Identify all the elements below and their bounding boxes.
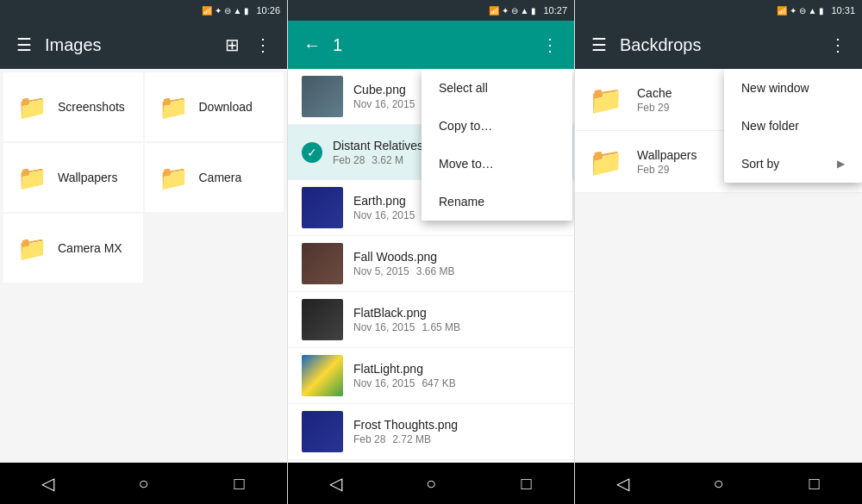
menu-icon-3[interactable]: ☰ <box>589 34 609 55</box>
file-meta-fall: Nov 5, 2015 3.66 MB <box>353 265 560 277</box>
file-item-flatlight[interactable]: FlatLight.png Nov 16, 2015 647 KB <box>288 348 574 404</box>
wifi-icon-2: ▲ <box>521 6 529 16</box>
signal-icon-2: 📶 <box>489 6 499 16</box>
file-thumb-flatlight <box>302 355 343 396</box>
toolbar-2: ← 1 ⋮ <box>288 21 574 69</box>
status-icons-2: 📶 ✦ ⊖ ▲ ▮ <box>489 6 537 16</box>
toolbar-1: ☰ Images ⊞ ⋮ <box>0 21 287 69</box>
file-thumb-earth <box>302 187 343 228</box>
recents-button-1[interactable]: □ <box>222 466 257 501</box>
status-bar-2: 📶 ✦ ⊖ ▲ ▮ 10:27 <box>288 0 574 21</box>
folder-grid: 📁 Screenshots 📁 Download 📁 Wallpapers 📁 … <box>0 69 287 286</box>
folder-icon-cameramx: 📁 <box>17 234 47 263</box>
context-menu-move-to[interactable]: Move to… <box>422 145 572 183</box>
file-item-frost[interactable]: Frost Thoughts.png Feb 28 2.72 MB <box>288 404 574 460</box>
home-button-1[interactable]: ○ <box>127 466 161 501</box>
more-options-icon-2[interactable]: ⋮ <box>540 34 560 55</box>
folder-icon-wallpapers-3: 📁 <box>589 146 623 178</box>
folder-wallpapers[interactable]: 📁 Wallpapers <box>3 143 143 212</box>
recents-button-3[interactable]: □ <box>797 466 832 501</box>
bottom-nav-1: ◁ ○ □ <box>0 463 287 504</box>
back-button-1[interactable]: ◁ <box>31 466 66 501</box>
time-1: 10:26 <box>256 5 280 16</box>
backdrops-content: 📁 Cache Feb 29 📁 Wallpapers Feb 29 New w… <box>575 69 862 463</box>
wifi-icon-3: ▲ <box>809 6 817 16</box>
file-meta-flatlight: Nov 16, 2015 647 KB <box>353 377 560 389</box>
file-item-galactic[interactable]: Galactic Atoms.png Feb 28 164 KB <box>288 460 574 463</box>
back-icon-2[interactable]: ← <box>302 34 322 55</box>
mute-icon: ⊖ <box>224 6 231 16</box>
file-size-flatlight: 647 KB <box>422 377 455 389</box>
wifi-icon: ▲ <box>234 6 242 16</box>
folder-name-screenshots: Screenshots <box>58 100 125 114</box>
mute-icon-2: ⊖ <box>511 6 518 16</box>
bottom-nav-2: ◁ ○ □ <box>288 463 574 504</box>
status-icons-1: 📶 ✦ ⊖ ▲ ▮ <box>202 6 250 16</box>
dropdown-new-window[interactable]: New window <box>724 69 862 107</box>
file-size-distant: 3.62 M <box>372 154 403 166</box>
folder-download[interactable]: 📁 Download <box>145 72 284 141</box>
file-name-fall: Fall Woods.png <box>353 250 560 264</box>
folder-camera[interactable]: 📁 Camera <box>145 143 284 212</box>
file-date-fall: Nov 5, 2015 <box>353 265 409 277</box>
folder-cameramx[interactable]: 📁 Camera MX <box>3 214 143 283</box>
more-options-icon-1[interactable]: ⋮ <box>253 34 273 55</box>
folder-icon-screenshots: 📁 <box>17 93 47 121</box>
dropdown-menu-3: New window New folder Sort by ▶ <box>724 69 862 183</box>
file-thumb-cube <box>302 76 343 117</box>
menu-icon-1[interactable]: ☰ <box>14 34 34 55</box>
context-menu-copy-to[interactable]: Copy to… <box>422 107 572 145</box>
recents-button-2[interactable]: □ <box>509 466 544 501</box>
file-meta-flatblack: Nov 16, 2015 1.65 MB <box>353 321 560 333</box>
home-button-2[interactable]: ○ <box>414 466 448 501</box>
folder-screenshots[interactable]: 📁 Screenshots <box>3 72 143 141</box>
file-meta-frost: Feb 28 2.72 MB <box>353 433 560 445</box>
grid-view-icon[interactable]: ⊞ <box>222 34 242 55</box>
bottom-nav-3: ◁ ○ □ <box>575 463 862 504</box>
more-options-icon-3[interactable]: ⋮ <box>828 34 848 55</box>
context-menu-select-all[interactable]: Select all <box>422 69 572 107</box>
toolbar-title-3: Backdrops <box>620 35 817 55</box>
file-thumb-frost <box>302 411 343 452</box>
file-date-frost: Feb 28 <box>353 433 385 445</box>
folder-icon-wallpapers: 📁 <box>17 164 47 192</box>
time-3: 10:31 <box>831 5 855 16</box>
folder-name-download: Download <box>199 100 253 114</box>
file-info-flatlight: FlatLight.png Nov 16, 2015 647 KB <box>353 362 560 389</box>
folder-icon-camera: 📁 <box>159 164 189 192</box>
context-menu: Select all Copy to… Move to… Rename <box>422 69 572 221</box>
bluetooth-icon-3: ✦ <box>790 6 796 16</box>
dropdown-label-sort-by: Sort by <box>741 157 779 171</box>
dropdown-new-folder[interactable]: New folder <box>724 107 862 145</box>
battery-icon-3: ▮ <box>819 6 824 16</box>
status-bar-1: 📶 ✦ ⊖ ▲ ▮ 10:26 <box>0 0 287 21</box>
dropdown-label-new-window: New window <box>741 81 809 95</box>
folder-name-camera: Camera <box>199 171 242 184</box>
folder-icon-download: 📁 <box>159 93 189 121</box>
file-info-fall: Fall Woods.png Nov 5, 2015 3.66 MB <box>353 250 560 277</box>
file-date-earth: Nov 16, 2015 <box>353 209 415 221</box>
bluetooth-icon: ✦ <box>215 6 222 16</box>
battery-icon-2: ▮ <box>531 6 536 16</box>
file-item-fall[interactable]: Fall Woods.png Nov 5, 2015 3.66 MB <box>288 236 574 292</box>
file-info-frost: Frost Thoughts.png Feb 28 2.72 MB <box>353 418 560 445</box>
context-menu-rename[interactable]: Rename <box>422 183 572 221</box>
file-size-frost: 2.72 MB <box>392 433 431 445</box>
back-button-3[interactable]: ◁ <box>606 466 640 501</box>
panel-backdrops: 📶 ✦ ⊖ ▲ ▮ 10:31 ☰ Backdrops ⋮ 📁 Cache Fe… <box>575 0 862 504</box>
file-date-distant: Feb 28 <box>333 154 365 166</box>
signal-icon: 📶 <box>202 6 212 16</box>
file-date-flatlight: Nov 16, 2015 <box>353 377 415 389</box>
selection-count: 1 <box>333 35 529 55</box>
home-button-3[interactable]: ○ <box>702 466 736 501</box>
time-2: 10:27 <box>543 5 567 16</box>
file-info-flatblack: FlatBlack.png Nov 16, 2015 1.65 MB <box>353 306 560 333</box>
file-item-flatblack[interactable]: FlatBlack.png Nov 16, 2015 1.65 MB <box>288 292 574 348</box>
dropdown-sort-by[interactable]: Sort by ▶ <box>724 145 862 183</box>
back-button-2[interactable]: ◁ <box>318 466 353 501</box>
folder-name-cameramx: Camera MX <box>58 241 122 255</box>
chevron-right-icon: ▶ <box>837 158 845 170</box>
file-date-flatblack: Nov 16, 2015 <box>353 321 415 333</box>
status-icons-3: 📶 ✦ ⊖ ▲ ▮ <box>777 6 825 16</box>
file-content: Cube.png Nov 16, 2015 1.25 M ✓ Distant R… <box>288 69 574 463</box>
